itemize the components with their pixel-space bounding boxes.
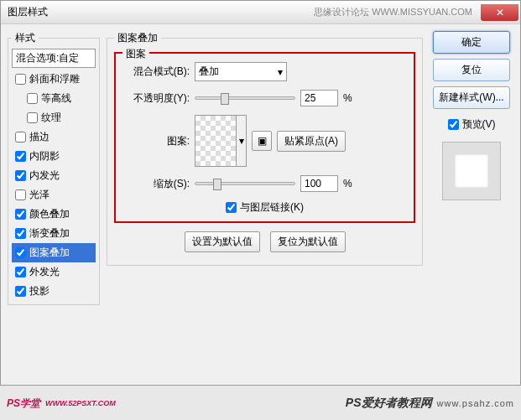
style-checkbox[interactable] <box>15 132 26 143</box>
blend-options-header[interactable]: 混合选项:自定 <box>12 49 96 68</box>
opacity-slider[interactable] <box>195 96 295 100</box>
snap-origin-button[interactable]: 贴紧原点(A) <box>277 131 346 152</box>
style-checkbox[interactable] <box>15 74 26 85</box>
new-preset-button[interactable]: ▣ <box>252 131 272 151</box>
footer-left-url: WWW.52PSXT.COM <box>45 399 116 407</box>
reset-default-button[interactable]: 复位为默认值 <box>270 231 346 252</box>
style-checkbox[interactable] <box>27 112 38 123</box>
action-panel: 确定 复位 新建样式(W)... 预览(V) <box>430 31 513 378</box>
footer: PS学堂 WWW.52PSXT.COM PS爱好者教程网 www.psahz.c… <box>0 386 521 420</box>
preview-checkbox[interactable] <box>448 119 459 130</box>
style-checkbox[interactable] <box>15 170 26 181</box>
style-checkbox[interactable] <box>15 209 26 220</box>
pattern-label: 图案: <box>122 134 190 148</box>
chevron-down-icon: ▾ <box>278 66 283 78</box>
titlebar: 图层样式 思缘设计论坛 WWW.MISSYUAN.COM ✕ <box>1 1 520 24</box>
style-label: 描边 <box>29 130 49 144</box>
style-item-8[interactable]: 渐变叠加 <box>12 224 96 243</box>
style-label: 渐变叠加 <box>29 226 70 241</box>
reset-button[interactable]: 复位 <box>433 59 510 81</box>
pattern-picker[interactable]: ▾ <box>195 115 247 167</box>
style-label: 斜面和浮雕 <box>29 72 80 86</box>
style-item-4[interactable]: 内阴影 <box>12 147 96 166</box>
page-icon: ▣ <box>258 135 267 147</box>
style-label: 光泽 <box>29 188 49 202</box>
pattern-legend: 图案 <box>122 47 149 61</box>
style-checkbox[interactable] <box>15 151 26 162</box>
style-label: 内阴影 <box>29 149 60 163</box>
scale-label: 缩放(S): <box>122 177 190 191</box>
style-label: 投影 <box>29 284 49 298</box>
scale-input[interactable]: 100 <box>300 175 338 192</box>
style-label: 外发光 <box>29 265 60 279</box>
opacity-input[interactable]: 25 <box>300 90 338 106</box>
watermark-text: 思缘设计论坛 WWW.MISSYUAN.COM <box>314 6 472 18</box>
new-style-button[interactable]: 新建样式(W)... <box>433 86 510 109</box>
style-item-2[interactable]: 纹理 <box>12 108 96 127</box>
preview-inner <box>455 154 488 188</box>
link-layer-checkbox[interactable] <box>226 202 237 213</box>
style-checkbox[interactable] <box>15 228 26 239</box>
style-item-6[interactable]: 光泽 <box>12 185 96 205</box>
styles-legend: 样式 <box>12 31 39 45</box>
style-checkbox[interactable] <box>15 267 26 277</box>
chevron-down-icon: ▾ <box>236 116 246 166</box>
style-label: 纹理 <box>41 111 61 125</box>
style-checkbox[interactable] <box>27 93 38 104</box>
style-item-11[interactable]: 投影 <box>12 282 96 301</box>
checker-icon <box>195 116 236 166</box>
close-icon: ✕ <box>496 7 504 18</box>
dialog-window: 图层样式 思缘设计论坛 WWW.MISSYUAN.COM ✕ 样式 混合选项:自… <box>0 0 521 386</box>
blend-mode-label: 混合模式(B): <box>122 65 190 79</box>
style-checkbox[interactable] <box>15 286 26 297</box>
window-title: 图层样式 <box>8 5 48 19</box>
style-item-10[interactable]: 外发光 <box>12 262 96 282</box>
style-checkbox[interactable] <box>15 247 26 258</box>
style-label: 颜色叠加 <box>29 207 70 221</box>
options-panel: 图案叠加 图案 混合模式(B): 叠加 ▾ 不透明度(Y): 25 <box>107 31 423 378</box>
ok-button[interactable]: 确定 <box>433 31 510 54</box>
preview-thumbnail <box>442 142 501 200</box>
style-item-0[interactable]: 斜面和浮雕 <box>12 70 96 89</box>
styles-panel: 样式 混合选项:自定斜面和浮雕等高线纹理描边内阴影内发光光泽颜色叠加渐变叠加图案… <box>8 31 100 378</box>
footer-right-name: PS爱好者教程网 <box>346 396 432 411</box>
blend-mode-select[interactable]: 叠加 ▾ <box>195 62 287 81</box>
style-item-3[interactable]: 描边 <box>12 127 96 147</box>
scale-unit: % <box>343 178 352 189</box>
footer-right-url: www.psahz.com <box>437 398 514 408</box>
style-label: 等高线 <box>41 91 71 106</box>
options-legend: 图案叠加 <box>114 31 161 45</box>
preview-label: 预览(V) <box>462 117 496 132</box>
make-default-button[interactable]: 设置为默认值 <box>185 231 260 252</box>
style-label: 图案叠加 <box>29 246 70 260</box>
style-checkbox[interactable] <box>15 189 26 200</box>
opacity-unit: % <box>343 92 352 104</box>
footer-left-name: PS学堂 <box>7 397 40 411</box>
style-item-1[interactable]: 等高线 <box>12 89 96 108</box>
link-layer-label: 与图层链接(K) <box>240 200 304 215</box>
close-button[interactable]: ✕ <box>481 4 518 21</box>
style-item-9[interactable]: 图案叠加 <box>12 243 96 262</box>
scale-slider[interactable] <box>195 182 295 185</box>
style-item-7[interactable]: 颜色叠加 <box>12 205 96 224</box>
style-label: 内发光 <box>29 169 60 183</box>
style-item-5[interactable]: 内发光 <box>12 166 96 185</box>
pattern-group: 图案 混合模式(B): 叠加 ▾ 不透明度(Y): 25 % <box>114 52 415 223</box>
opacity-label: 不透明度(Y): <box>122 91 190 106</box>
